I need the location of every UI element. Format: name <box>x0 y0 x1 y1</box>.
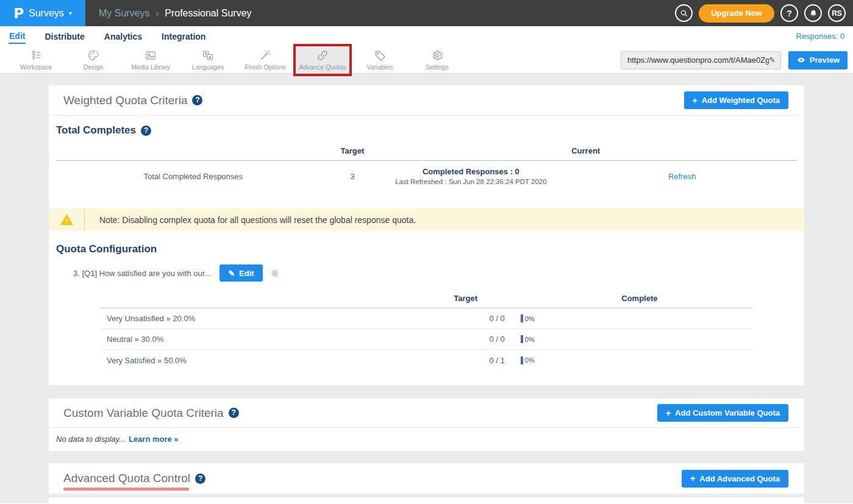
target-count: 0 / 1 <box>427 356 505 365</box>
plus-icon: + <box>690 474 695 483</box>
notifications-button[interactable] <box>804 4 822 22</box>
no-data-text: No data to display... <box>56 435 126 444</box>
palette-icon <box>87 49 99 62</box>
add-advanced-quota-button[interactable]: + Add Advanced Quota <box>682 470 788 488</box>
gear-icon <box>431 49 443 62</box>
toolbar-item-settings[interactable]: Settings <box>409 46 466 73</box>
custom-variable-quota-header: Custom Variable Quota Criteria ? + Add C… <box>49 399 804 428</box>
quota-table-header: Target Complete <box>101 289 752 308</box>
salmon-underline-annotation <box>63 488 189 491</box>
refresh-link[interactable]: Refresh <box>567 172 797 181</box>
progress-cell: 0% <box>505 335 752 343</box>
total-completes-section: Total Completes ? Target Current Total C… <box>49 116 804 202</box>
progress-cell: 0% <box>505 357 752 364</box>
add-weighted-quota-button[interactable]: + Add Weighted Quota <box>684 91 789 109</box>
weighted-quota-header: Weighted Quota Criteria ? + Add Weighted… <box>49 85 804 116</box>
search-button[interactable] <box>675 4 693 22</box>
help-icon[interactable]: ? <box>229 408 239 418</box>
preview-button[interactable]: Preview <box>788 51 848 69</box>
clipped-card-fragment <box>49 497 804 504</box>
note-text: Note: Disabling complex quota for all qu… <box>99 215 416 225</box>
tab-edit[interactable]: Edit <box>9 29 26 44</box>
question-row: 3. [Q1] How satisfied are you with our..… <box>73 264 797 282</box>
quota-configuration-title: Quota Configuration <box>56 243 797 255</box>
breadcrumb-survey-name: Professional Survey <box>165 8 251 19</box>
image-icon <box>145 49 157 62</box>
completed-responses: Completed Responses : 0 <box>374 167 567 176</box>
toolbar-item-finish-options[interactable]: Finish Options <box>237 46 294 73</box>
help-icon[interactable]: ? <box>192 95 202 105</box>
chain-link-icon <box>316 49 329 62</box>
warning-triangle-icon: ! <box>59 213 74 227</box>
progress-cell: 0% <box>505 314 752 322</box>
weighted-quota-card: Weighted Quota Criteria ? + Add Weighted… <box>49 85 804 385</box>
avatar-initials: RS <box>832 9 842 18</box>
upgrade-now-button[interactable]: Upgrade Now <box>699 4 774 23</box>
quota-row-neutral: Neutral » 30.0% 0 / 0 0% <box>101 329 752 350</box>
responses-count[interactable]: Responses: 0 <box>796 32 845 41</box>
column-current: Current <box>374 146 797 155</box>
toolbar-item-design[interactable]: Design <box>65 46 122 73</box>
target-count: 0 / 0 <box>427 314 505 323</box>
survey-url-input[interactable] <box>627 55 769 65</box>
tab-analytics[interactable]: Analytics <box>104 29 143 43</box>
svg-text:!: ! <box>65 218 68 225</box>
survey-tabbar: Edit Distribute Analytics Integration Re… <box>0 26 853 46</box>
plus-icon: + <box>693 96 698 105</box>
translate-icon <box>202 49 214 62</box>
user-avatar[interactable]: RS <box>828 4 846 22</box>
column-target: Target <box>427 294 505 303</box>
question-mark-icon: ? <box>787 9 792 18</box>
current-cell: Completed Responses : 0 Last Refreshed :… <box>374 167 567 185</box>
plus-icon: + <box>666 408 671 418</box>
progress-percent: 0% <box>525 357 535 364</box>
add-custom-variable-quota-button[interactable]: + Add Custom Variable Quota <box>657 404 788 422</box>
note-banner: ! Note: Disabling complex quota for all … <box>49 208 804 231</box>
total-completes-row: Total Completed Responses 3 Completed Re… <box>56 161 797 193</box>
bell-icon <box>809 9 818 18</box>
edit-url-icon[interactable]: ✎ <box>769 55 776 65</box>
custom-variable-quota-title: Custom Variable Quota Criteria ? <box>63 406 239 420</box>
help-icon[interactable]: ? <box>141 126 151 136</box>
workspace-icon <box>30 49 42 62</box>
weighted-quota-title: Weighted Quota Criteria ? <box>63 94 202 107</box>
progress-percent: 0% <box>525 315 535 322</box>
page-background: Weighted Quota Criteria ? + Add Weighted… <box>0 74 853 503</box>
warning-icon-wrap: ! <box>49 213 84 227</box>
column-target: Target <box>330 146 375 155</box>
note-divider <box>84 208 85 231</box>
eye-icon <box>796 56 806 64</box>
top-navbar: P Surveys ▾ My Surveys › Professional Su… <box>0 0 853 26</box>
quota-configuration-section: Quota Configuration 3. [Q1] How satisfie… <box>49 231 804 385</box>
quota-row-very-unsatisfied: Very Unsatisfied » 20.0% 0 / 0 0% <box>101 308 752 329</box>
toolbar-item-advance-quotas[interactable]: Advance Quotas <box>294 46 351 73</box>
target-count: 0 / 0 <box>427 335 505 344</box>
advanced-quota-title: Advanced Quota Control ? <box>63 472 205 485</box>
toolbar-item-variables[interactable]: Variables <box>351 46 409 73</box>
edit-question-button[interactable]: ✎ Edit <box>219 264 262 282</box>
toolbar-item-languages[interactable]: Languages <box>179 46 237 73</box>
quota-row-very-satisfied: Very Satisfied » 50.0% 0 / 1 0% <box>101 350 752 371</box>
toolbar-item-workspace[interactable]: Workspace <box>7 46 65 73</box>
breadcrumb-my-surveys[interactable]: My Surveys <box>99 8 150 19</box>
surveys-menu[interactable]: P Surveys ▾ <box>0 0 85 26</box>
questionpro-logo: P <box>13 5 24 21</box>
advanced-quota-header: Advanced Quota Control ? + Add Advanced … <box>49 463 804 494</box>
help-button[interactable]: ? <box>780 4 798 22</box>
question-label: 3. [Q1] How satisfied are you with our..… <box>73 269 211 278</box>
tab-integration[interactable]: Integration <box>161 29 206 43</box>
learn-more-link[interactable]: Learn more » <box>129 435 179 444</box>
toolbar-right: ✎ Preview <box>621 46 848 74</box>
toolbar-item-media-library[interactable]: Media Library <box>122 46 179 73</box>
product-label: Surveys <box>29 8 64 19</box>
magic-wand-icon <box>259 49 271 62</box>
progress-percent: 0% <box>525 336 535 343</box>
target-value: 3 <box>330 172 375 181</box>
quota-table: Target Complete Very Unsatisfied » 20.0%… <box>101 289 752 371</box>
remove-question-icon[interactable]: ⊗ <box>271 268 279 279</box>
tag-icon <box>374 49 386 62</box>
search-icon <box>680 9 688 18</box>
row-label: Total Completed Responses <box>56 172 330 181</box>
tab-distribute[interactable]: Distribute <box>44 29 85 43</box>
help-icon[interactable]: ? <box>195 474 205 484</box>
